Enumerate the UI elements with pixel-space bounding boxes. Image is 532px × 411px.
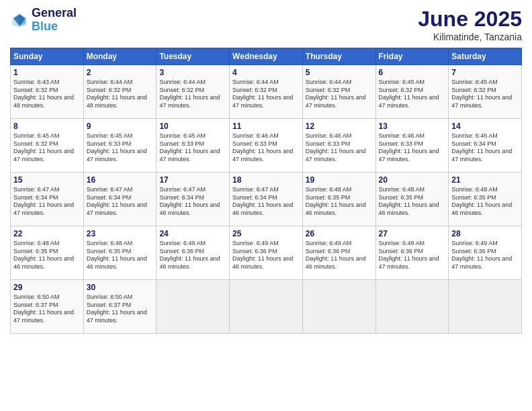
calendar-cell: 17 Sunrise: 6:47 AM Sunset: 6:34 PM Dayl… [157, 173, 230, 226]
calendar-cell: 9 Sunrise: 6:45 AM Sunset: 6:33 PM Dayli… [83, 119, 157, 173]
logo-text: General Blue [32, 7, 77, 34]
day-number: 22 [13, 229, 81, 238]
calendar-cell: 16 Sunrise: 6:47 AM Sunset: 6:34 PM Dayl… [83, 173, 157, 226]
day-info: Sunrise: 6:48 AM Sunset: 6:35 PM Dayligh… [451, 186, 519, 218]
daylight: Daylight: 11 hours and 47 minutes. [159, 94, 220, 109]
day-number: 4 [232, 68, 300, 77]
day-info: Sunrise: 6:48 AM Sunset: 6:35 PM Dayligh… [379, 186, 446, 218]
sunrise: Sunrise: 6:45 AM [159, 132, 206, 139]
daylight: Daylight: 11 hours and 46 minutes. [451, 201, 512, 216]
calendar-cell: 4 Sunrise: 6:44 AM Sunset: 6:32 PM Dayli… [230, 65, 303, 119]
day-info: Sunrise: 6:46 AM Sunset: 6:34 PM Dayligh… [451, 132, 519, 164]
calendar-cell: 19 Sunrise: 6:48 AM Sunset: 6:35 PM Dayl… [302, 173, 375, 226]
sunrise: Sunrise: 6:47 AM [13, 186, 60, 193]
day-info: Sunrise: 6:45 AM Sunset: 6:32 PM Dayligh… [13, 132, 81, 164]
day-info: Sunrise: 6:49 AM Sunset: 6:36 PM Dayligh… [451, 240, 519, 271]
day-number: 3 [159, 68, 226, 77]
day-number: 16 [87, 175, 154, 185]
calendar-cell [230, 280, 303, 334]
sunset: Sunset: 6:32 PM [159, 87, 204, 93]
sunset: Sunset: 6:37 PM [87, 302, 132, 308]
day-number: 2 [87, 68, 154, 77]
daylight: Daylight: 11 hours and 48 minutes. [13, 94, 74, 109]
calendar-cell: 3 Sunrise: 6:44 AM Sunset: 6:32 PM Dayli… [157, 65, 230, 119]
sunrise: Sunrise: 6:49 AM [306, 240, 352, 246]
sunrise: Sunrise: 6:45 AM [87, 132, 133, 139]
sunrise: Sunrise: 6:46 AM [306, 132, 352, 139]
calendar-cell: 30 Sunrise: 6:50 AM Sunset: 6:37 PM Dayl… [83, 280, 157, 334]
day-info: Sunrise: 6:49 AM Sunset: 6:36 PM Dayligh… [232, 240, 300, 271]
daylight: Daylight: 11 hours and 46 minutes. [159, 201, 220, 216]
calendar-cell: 6 Sunrise: 6:45 AM Sunset: 6:32 PM Dayli… [375, 65, 449, 119]
calendar-cell: 24 Sunrise: 6:49 AM Sunset: 6:36 PM Dayl… [157, 226, 230, 280]
calendar-cell: 12 Sunrise: 6:46 AM Sunset: 6:33 PM Dayl… [302, 119, 375, 173]
daylight: Daylight: 11 hours and 47 minutes. [232, 94, 293, 109]
page: General Blue June 2025 Kilimatinde, Tanz… [0, 0, 532, 411]
day-info: Sunrise: 6:45 AM Sunset: 6:32 PM Dayligh… [451, 79, 519, 110]
daylight: Daylight: 11 hours and 47 minutes. [379, 255, 439, 270]
daylight: Daylight: 11 hours and 47 minutes. [451, 94, 512, 109]
location-subtitle: Kilimatinde, Tanzania [418, 32, 522, 42]
sunrise: Sunrise: 6:47 AM [232, 186, 279, 193]
day-number: 12 [306, 122, 373, 131]
calendar-cell: 18 Sunrise: 6:47 AM Sunset: 6:34 PM Dayl… [230, 173, 303, 226]
day-header: Tuesday [157, 48, 230, 65]
day-header: Monday [83, 48, 157, 65]
calendar-cell: 29 Sunrise: 6:50 AM Sunset: 6:37 PM Dayl… [11, 280, 84, 334]
sunset: Sunset: 6:32 PM [232, 87, 277, 93]
day-info: Sunrise: 6:49 AM Sunset: 6:36 PM Dayligh… [159, 240, 226, 271]
day-info: Sunrise: 6:44 AM Sunset: 6:32 PM Dayligh… [232, 79, 300, 110]
calendar-cell: 26 Sunrise: 6:49 AM Sunset: 6:36 PM Dayl… [302, 226, 375, 280]
day-number: 17 [159, 175, 226, 185]
sunset: Sunset: 6:36 PM [232, 248, 277, 255]
sunset: Sunset: 6:37 PM [13, 302, 58, 308]
sunrise: Sunrise: 6:44 AM [159, 79, 206, 85]
sunrise: Sunrise: 6:49 AM [232, 240, 279, 246]
sunset: Sunset: 6:35 PM [87, 248, 132, 255]
day-info: Sunrise: 6:46 AM Sunset: 6:33 PM Dayligh… [306, 132, 373, 164]
daylight: Daylight: 11 hours and 46 minutes. [13, 255, 74, 270]
sunrise: Sunrise: 6:48 AM [379, 186, 425, 193]
sunrise: Sunrise: 6:47 AM [159, 186, 206, 193]
day-info: Sunrise: 6:48 AM Sunset: 6:35 PM Dayligh… [13, 240, 81, 271]
day-header: Wednesday [230, 48, 303, 65]
sunset: Sunset: 6:34 PM [451, 140, 496, 147]
day-info: Sunrise: 6:47 AM Sunset: 6:34 PM Dayligh… [232, 186, 300, 218]
calendar-cell: 8 Sunrise: 6:45 AM Sunset: 6:32 PM Dayli… [11, 119, 84, 173]
calendar-cell: 20 Sunrise: 6:48 AM Sunset: 6:35 PM Dayl… [375, 173, 449, 226]
daylight: Daylight: 11 hours and 47 minutes. [159, 148, 220, 163]
daylight: Daylight: 11 hours and 48 minutes. [87, 94, 147, 109]
daylight: Daylight: 11 hours and 46 minutes. [306, 201, 366, 216]
day-number: 24 [159, 229, 226, 238]
calendar-cell: 25 Sunrise: 6:49 AM Sunset: 6:36 PM Dayl… [230, 226, 303, 280]
sunrise: Sunrise: 6:50 AM [87, 293, 133, 300]
sunset: Sunset: 6:32 PM [379, 87, 424, 93]
day-header: Sunday [11, 48, 84, 65]
day-info: Sunrise: 6:49 AM Sunset: 6:36 PM Dayligh… [379, 240, 446, 271]
title-block: June 2025 Kilimatinde, Tanzania [418, 7, 522, 42]
daylight: Daylight: 11 hours and 47 minutes. [13, 309, 74, 324]
header: General Blue June 2025 Kilimatinde, Tanz… [10, 7, 522, 42]
sunset: Sunset: 6:36 PM [306, 248, 351, 255]
day-info: Sunrise: 6:47 AM Sunset: 6:34 PM Dayligh… [159, 186, 226, 218]
daylight: Daylight: 11 hours and 47 minutes. [87, 201, 147, 216]
calendar-cell: 21 Sunrise: 6:48 AM Sunset: 6:35 PM Dayl… [449, 173, 522, 226]
calendar-cell: 13 Sunrise: 6:46 AM Sunset: 6:33 PM Dayl… [375, 119, 449, 173]
sunrise: Sunrise: 6:49 AM [379, 240, 425, 246]
calendar-cell [302, 280, 375, 334]
sunrise: Sunrise: 6:48 AM [451, 186, 498, 193]
daylight: Daylight: 11 hours and 46 minutes. [379, 201, 439, 216]
daylight: Daylight: 11 hours and 46 minutes. [306, 255, 366, 270]
day-info: Sunrise: 6:47 AM Sunset: 6:34 PM Dayligh… [13, 186, 81, 218]
day-info: Sunrise: 6:44 AM Sunset: 6:32 PM Dayligh… [306, 79, 373, 110]
day-info: Sunrise: 6:44 AM Sunset: 6:32 PM Dayligh… [87, 79, 154, 110]
day-number: 18 [232, 175, 300, 185]
day-number: 15 [13, 175, 81, 185]
day-header: Friday [375, 48, 449, 65]
day-info: Sunrise: 6:50 AM Sunset: 6:37 PM Dayligh… [13, 293, 81, 325]
day-number: 8 [13, 122, 81, 131]
sunset: Sunset: 6:35 PM [451, 194, 496, 201]
sunset: Sunset: 6:32 PM [87, 87, 132, 93]
day-number: 9 [87, 122, 154, 131]
calendar-cell: 28 Sunrise: 6:49 AM Sunset: 6:36 PM Dayl… [449, 226, 522, 280]
